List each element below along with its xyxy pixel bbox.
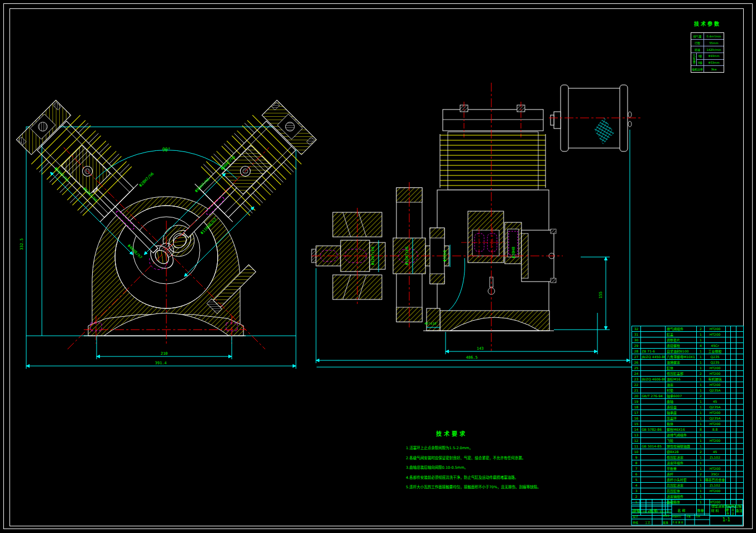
bom-cell-name: 高压缸体 (666, 488, 697, 493)
bom-cell-no: 13 (632, 432, 641, 437)
bom-row: 24 低压缸盖部 2 HT200 (632, 371, 743, 377)
bom-cell-no: 2 (632, 494, 641, 499)
bom-cell-code (641, 371, 666, 376)
fit-label: Φ93H7/h6 (194, 177, 210, 193)
bom-cell-qty: 1 (697, 377, 705, 382)
bom-cell-qty: 1 (697, 488, 705, 493)
bom-cell-name: 低压缸活塞 (666, 455, 697, 460)
bom-cell-total-weight (731, 488, 736, 493)
bom-cell-unit-weight (726, 466, 731, 471)
bom-cell-no: 5 (632, 477, 641, 482)
bom-cell-unit-weight (726, 494, 731, 499)
bom-cell-code (641, 449, 666, 454)
param-label: 行程 (691, 40, 704, 46)
bom-cell-note (736, 337, 743, 342)
bom-cell-material: Q235A (705, 388, 725, 393)
bom-cell-note (736, 460, 743, 465)
param-value: Φ53mm (704, 60, 724, 66)
bom-cell-material: HT200 (705, 371, 725, 376)
fit-label: Φ46H8/h7 (127, 244, 143, 260)
bom-cell-name: 连杆小头衬套 (666, 477, 697, 482)
bom-cell-unit-weight (726, 427, 731, 432)
bom-cell-no: 23 (632, 377, 641, 382)
tech-req-list: 1.活塞环上止点余隙间隙为1.5-2.0mm。 2.各级气阀安装时应保证密封良好… (406, 445, 546, 494)
motor (549, 85, 642, 151)
bom-cell-code: JB/ZQ 4606-86 (641, 377, 666, 382)
tech-req-line: 2.各级气阀安装时应保证密封良好、气密、结合紧密，不允许有任何渗漏。 (406, 455, 546, 465)
bom-cell-material: HT200 (705, 410, 725, 415)
bom-cell-unit-weight (726, 449, 731, 454)
bom-cell-total-weight (731, 404, 736, 410)
bom-cell-material: Q235 (705, 354, 725, 359)
bom-cell-note (736, 354, 743, 359)
bom-cell-note (736, 332, 743, 337)
title-block-process: 工艺 (645, 520, 650, 524)
bom-cell-total-weight (731, 399, 736, 404)
param-label: 排气量 (691, 33, 704, 39)
bom-cell-total-weight (731, 377, 736, 382)
bom-cell-qty: 2 (697, 371, 705, 376)
bom-cell-unit-weight (726, 382, 731, 387)
dim-486: 486.5 (466, 355, 477, 360)
param-value: 3kw (704, 66, 724, 72)
bom-cell-note (736, 399, 743, 404)
bom-row: 4 高压缸活塞 1 ZL102 (632, 483, 743, 488)
bom-row: 9 低压缸活塞 1 ZL102 (632, 455, 743, 460)
bom-cell-name: 曲轴 (666, 399, 697, 404)
bom-cell-qty: 1 (697, 421, 705, 426)
bom-cell-code (641, 382, 666, 387)
bom-cell-unit-weight (726, 410, 731, 415)
tech-req-title: 技术要求 (436, 429, 467, 437)
bom-cell-material: Q235A (705, 404, 725, 410)
bom-cell-no: 6 (632, 472, 641, 477)
bom-cell-material: HT200 (705, 326, 725, 331)
bom-cell-code: GB 5782-86 (641, 427, 666, 432)
bom-row: 8 活塞环组件 1 (632, 460, 743, 466)
bom-cell-material: 锡基巴氏合金 (705, 477, 725, 482)
bom-cell-total-weight (731, 438, 736, 443)
left-view-section: 90° Φ55H7/h6 Φ53H7/h6 Φ46H8/h7 Φ28H7/h6 … (12, 96, 321, 369)
bom-cell-total-weight (731, 449, 736, 454)
bom-cell-name: 高压缸活塞 (666, 483, 697, 488)
bom-cell-total-weight (731, 472, 736, 477)
bom-cell-material: HT200 (705, 382, 725, 387)
bom-cell-code (641, 360, 666, 365)
bom-cell-name: 油塞 (666, 382, 697, 387)
bom-cell-unit-weight (726, 337, 731, 342)
bom-cell-total-weight (731, 477, 736, 482)
bom-cell-unit-weight (726, 371, 731, 376)
tech-req-line: 1.活塞环上止点余隙间隙为1.5-2.0mm。 (406, 445, 546, 455)
bom-cell-material: HT200 (705, 365, 725, 370)
bom-cell-unit-weight (726, 438, 731, 443)
bom-cell-no: 20 (632, 393, 641, 398)
bom-cell-name: 连杆 (666, 472, 697, 477)
bom-cell-qty: 2 (697, 393, 705, 398)
bom-cell-unit-weight (726, 404, 731, 410)
bom-cell-note (736, 494, 743, 499)
bom-cell-note (736, 488, 743, 493)
bom-cell-note (736, 326, 743, 331)
param-group-label: 气缸直径 (691, 53, 697, 65)
bom-cell-material (705, 393, 725, 398)
bom-row: 18 连接盘 1 Q235A (632, 404, 743, 410)
bom-cell-name: 衬垫 (666, 388, 697, 393)
bom-cell-total-weight (731, 483, 736, 488)
bom-cell-code (641, 455, 666, 460)
bom-cell-qty: 4 (697, 343, 705, 348)
params-row: I级 Φ93mm (697, 53, 724, 59)
bom-cell-unit-weight (726, 455, 731, 460)
bom-cell-material (705, 337, 725, 342)
shaft-fit-label: Φ32H7/k6 (371, 246, 375, 265)
bom-cell-no: 1 (632, 499, 641, 505)
bom-cell-code (641, 499, 666, 505)
param-label: 电机功率 (691, 66, 704, 72)
bom-cell-qty: 1 (697, 404, 705, 410)
bom-cell-no: 30 (632, 337, 641, 342)
bom-cell-qty: 1 (697, 438, 705, 443)
bom-cell-code: GB/T 276-94 (641, 393, 666, 398)
bom-cell-no: 32 (632, 326, 641, 331)
bom-cell-total-weight (731, 416, 736, 421)
title-block-sheets: 共 张 第 张 (672, 521, 683, 524)
bom-cell-material: Q235 (705, 360, 725, 365)
param-value: 1420r/min (704, 46, 724, 53)
